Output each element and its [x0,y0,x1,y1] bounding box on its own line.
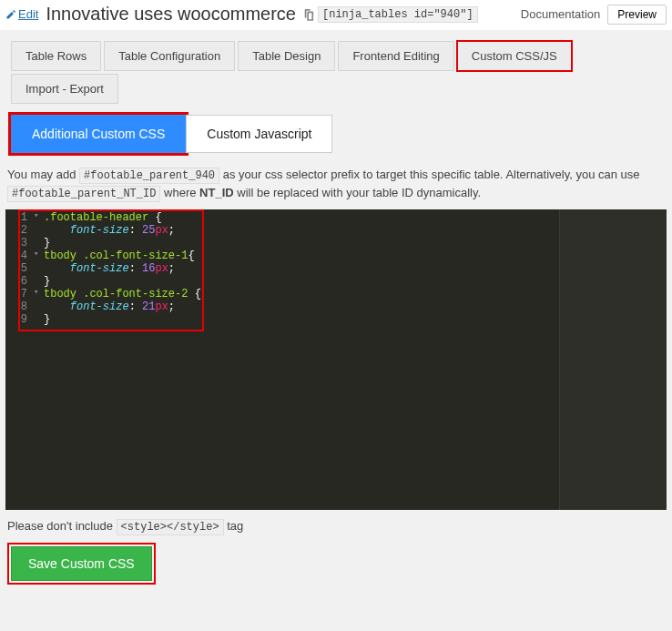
help-selector-1: #footable_parent_940 [79,168,219,184]
documentation-link[interactable]: Documentation [521,7,600,21]
style-tag-code: <style></style> [117,519,224,535]
edit-label: Edit [18,7,38,21]
help-text-d: will be replaced with your table ID dyna… [237,186,481,199]
editor-fold-gutter: ▾▾▾ [33,209,42,510]
subtab-additional-custom-css[interactable]: Additional Custom CSS [11,115,186,153]
save-custom-css-button[interactable]: Save Custom CSS [11,546,152,581]
tab-table-configuration[interactable]: Table Configuration [104,41,235,71]
tab-custom-css-js[interactable]: Custom CSS/JS [457,41,572,71]
tab-import-export[interactable]: Import - Export [11,74,118,104]
editor-gutter: 1 2 3 4 5 6 7 8 9 [5,209,33,510]
help-text-a: You may add [7,168,79,181]
subtab-custom-javascript[interactable]: Custom Javascript [186,115,332,153]
tab-table-design[interactable]: Table Design [238,41,335,71]
pencil-icon [5,9,16,20]
help-ntid: NT_ID [199,186,234,199]
tab-table-rows[interactable]: Table Rows [11,41,101,71]
copy-icon[interactable] [303,8,314,21]
main-tabs: Table Rows Table Configuration Table Des… [2,36,670,71]
editor-content[interactable]: .footable-header { font-size: 25px;}tbod… [44,211,557,326]
style-tag-note: Please don't include <style></style> tag [2,510,670,543]
help-selector-2: #footable_parent_NT_ID [7,186,160,202]
sub-tabs: Additional Custom CSS Custom Javascript [11,115,332,153]
shortcode-text[interactable]: [ninja_tables id="940"] [318,6,478,23]
help-text-b: as your css selector prefix to target th… [223,168,640,181]
tab-frontend-editing[interactable]: Frontend Editing [338,41,453,71]
help-text-c: where [164,186,199,199]
editor-right-margin [559,209,667,510]
css-editor[interactable]: 1 2 3 4 5 6 7 8 9 ▾▾▾ .footable-header {… [5,209,667,510]
page-title: Innovative uses woocommerce [46,4,296,25]
preview-button[interactable]: Preview [607,5,667,25]
help-text: You may add #footable_parent_940 as your… [2,153,670,209]
edit-link[interactable]: Edit [5,7,38,21]
